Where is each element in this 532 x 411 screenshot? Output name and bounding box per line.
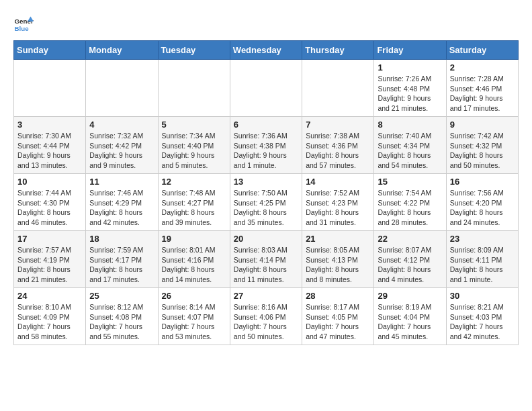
calendar-cell: 24Sunrise: 8:10 AM Sunset: 4:09 PM Dayli… [14,288,86,345]
day-info: Sunrise: 7:46 AM Sunset: 4:29 PM Dayligh… [89,188,154,228]
weekday-saturday: Saturday [446,41,518,60]
calendar-cell [158,60,230,117]
calendar-cell: 16Sunrise: 7:56 AM Sunset: 4:20 PM Dayli… [446,174,518,231]
calendar-cell: 10Sunrise: 7:44 AM Sunset: 4:30 PM Dayli… [14,174,86,231]
weekday-monday: Monday [86,41,158,60]
day-number: 25 [89,291,154,301]
calendar-cell: 17Sunrise: 7:57 AM Sunset: 4:19 PM Dayli… [14,231,86,288]
calendar-cell: 6Sunrise: 7:36 AM Sunset: 4:38 PM Daylig… [230,117,302,174]
calendar-cell: 7Sunrise: 7:38 AM Sunset: 4:36 PM Daylig… [302,117,374,174]
day-info: Sunrise: 7:42 AM Sunset: 4:32 PM Dayligh… [450,131,515,171]
calendar-week-4: 17Sunrise: 7:57 AM Sunset: 4:19 PM Dayli… [14,231,519,288]
day-number: 27 [234,291,298,301]
day-info: Sunrise: 8:12 AM Sunset: 4:08 PM Dayligh… [89,302,154,342]
day-number: 28 [306,291,370,301]
calendar-table: SundayMondayTuesdayWednesdayThursdayFrid… [13,40,519,345]
calendar-cell [302,60,374,117]
day-number: 30 [450,291,515,301]
calendar-cell: 25Sunrise: 8:12 AM Sunset: 4:08 PM Dayli… [86,288,158,345]
day-info: Sunrise: 7:48 AM Sunset: 4:27 PM Dayligh… [162,188,226,228]
day-number: 12 [162,177,226,187]
day-number: 24 [17,291,82,301]
day-number: 17 [17,234,82,244]
day-info: Sunrise: 7:57 AM Sunset: 4:19 PM Dayligh… [17,245,82,285]
calendar-cell: 2Sunrise: 7:28 AM Sunset: 4:46 PM Daylig… [446,60,518,117]
day-info: Sunrise: 7:56 AM Sunset: 4:20 PM Dayligh… [450,188,515,228]
day-info: Sunrise: 7:40 AM Sunset: 4:34 PM Dayligh… [378,131,442,171]
calendar-cell: 15Sunrise: 7:54 AM Sunset: 4:22 PM Dayli… [374,174,446,231]
day-info: Sunrise: 8:21 AM Sunset: 4:03 PM Dayligh… [450,302,515,342]
day-number: 1 [378,62,442,73]
day-info: Sunrise: 8:07 AM Sunset: 4:12 PM Dayligh… [378,245,442,285]
calendar-cell: 21Sunrise: 8:05 AM Sunset: 4:13 PM Dayli… [302,231,374,288]
calendar-cell: 20Sunrise: 8:03 AM Sunset: 4:14 PM Dayli… [230,231,302,288]
day-info: Sunrise: 7:32 AM Sunset: 4:42 PM Dayligh… [89,131,154,171]
calendar-cell: 28Sunrise: 8:17 AM Sunset: 4:05 PM Dayli… [302,288,374,345]
day-info: Sunrise: 8:16 AM Sunset: 4:06 PM Dayligh… [234,302,298,342]
calendar-cell: 30Sunrise: 8:21 AM Sunset: 4:03 PM Dayli… [446,288,518,345]
day-number: 7 [306,120,370,130]
day-info: Sunrise: 8:09 AM Sunset: 4:11 PM Dayligh… [450,245,515,285]
calendar-cell: 19Sunrise: 8:01 AM Sunset: 4:16 PM Dayli… [158,231,230,288]
calendar-cell: 8Sunrise: 7:40 AM Sunset: 4:34 PM Daylig… [374,117,446,174]
day-number: 20 [234,234,298,244]
day-info: Sunrise: 8:14 AM Sunset: 4:07 PM Dayligh… [162,302,226,342]
svg-text:Blue: Blue [15,25,30,32]
day-info: Sunrise: 7:59 AM Sunset: 4:17 PM Dayligh… [89,245,154,285]
calendar-header: SundayMondayTuesdayWednesdayThursdayFrid… [14,41,519,60]
calendar-cell: 11Sunrise: 7:46 AM Sunset: 4:29 PM Dayli… [86,174,158,231]
weekday-header-row: SundayMondayTuesdayWednesdayThursdayFrid… [14,41,519,60]
day-info: Sunrise: 8:17 AM Sunset: 4:05 PM Dayligh… [306,302,370,342]
calendar-cell: 13Sunrise: 7:50 AM Sunset: 4:25 PM Dayli… [230,174,302,231]
day-number: 15 [378,177,442,187]
day-info: Sunrise: 8:10 AM Sunset: 4:09 PM Dayligh… [17,302,82,342]
day-info: Sunrise: 7:44 AM Sunset: 4:30 PM Dayligh… [17,188,82,228]
calendar-cell: 1Sunrise: 7:26 AM Sunset: 4:48 PM Daylig… [374,60,446,117]
day-number: 22 [378,234,442,244]
day-number: 8 [378,120,442,130]
weekday-friday: Friday [374,41,446,60]
day-number: 4 [89,120,154,130]
day-info: Sunrise: 7:26 AM Sunset: 4:48 PM Dayligh… [378,74,442,113]
day-info: Sunrise: 7:28 AM Sunset: 4:46 PM Dayligh… [450,74,515,113]
calendar-week-3: 10Sunrise: 7:44 AM Sunset: 4:30 PM Dayli… [14,174,519,231]
weekday-wednesday: Wednesday [230,41,302,60]
calendar-cell: 29Sunrise: 8:19 AM Sunset: 4:04 PM Dayli… [374,288,446,345]
calendar-cell: 27Sunrise: 8:16 AM Sunset: 4:06 PM Dayli… [230,288,302,345]
logo-icon: General Blue [13,13,34,34]
calendar-cell: 23Sunrise: 8:09 AM Sunset: 4:11 PM Dayli… [446,231,518,288]
calendar-body: 1Sunrise: 7:26 AM Sunset: 4:48 PM Daylig… [14,60,519,345]
day-number: 5 [162,120,226,130]
logo: General Blue [13,13,36,34]
calendar-cell: 18Sunrise: 7:59 AM Sunset: 4:17 PM Dayli… [86,231,158,288]
day-number: 10 [17,177,82,187]
day-info: Sunrise: 7:34 AM Sunset: 4:40 PM Dayligh… [162,131,226,171]
day-number: 9 [450,120,515,130]
day-number: 18 [89,234,154,244]
calendar-cell: 14Sunrise: 7:52 AM Sunset: 4:23 PM Dayli… [302,174,374,231]
calendar-cell: 26Sunrise: 8:14 AM Sunset: 4:07 PM Dayli… [158,288,230,345]
day-info: Sunrise: 7:36 AM Sunset: 4:38 PM Dayligh… [234,131,298,171]
day-info: Sunrise: 7:52 AM Sunset: 4:23 PM Dayligh… [306,188,370,228]
day-info: Sunrise: 7:30 AM Sunset: 4:44 PM Dayligh… [17,131,82,171]
day-number: 13 [234,177,298,187]
day-number: 3 [17,120,82,130]
day-number: 6 [234,120,298,130]
calendar-cell: 12Sunrise: 7:48 AM Sunset: 4:27 PM Dayli… [158,174,230,231]
day-number: 29 [378,291,442,301]
weekday-tuesday: Tuesday [158,41,230,60]
day-number: 16 [450,177,515,187]
day-number: 21 [306,234,370,244]
weekday-sunday: Sunday [14,41,86,60]
calendar-cell: 5Sunrise: 7:34 AM Sunset: 4:40 PM Daylig… [158,117,230,174]
day-number: 2 [450,62,515,73]
day-info: Sunrise: 7:54 AM Sunset: 4:22 PM Dayligh… [378,188,442,228]
day-info: Sunrise: 7:38 AM Sunset: 4:36 PM Dayligh… [306,131,370,171]
calendar-cell: 9Sunrise: 7:42 AM Sunset: 4:32 PM Daylig… [446,117,518,174]
day-number: 11 [89,177,154,187]
calendar-cell: 3Sunrise: 7:30 AM Sunset: 4:44 PM Daylig… [14,117,86,174]
calendar-cell [86,60,158,117]
calendar-cell: 4Sunrise: 7:32 AM Sunset: 4:42 PM Daylig… [86,117,158,174]
day-info: Sunrise: 8:19 AM Sunset: 4:04 PM Dayligh… [378,302,442,342]
calendar-cell: 22Sunrise: 8:07 AM Sunset: 4:12 PM Dayli… [374,231,446,288]
